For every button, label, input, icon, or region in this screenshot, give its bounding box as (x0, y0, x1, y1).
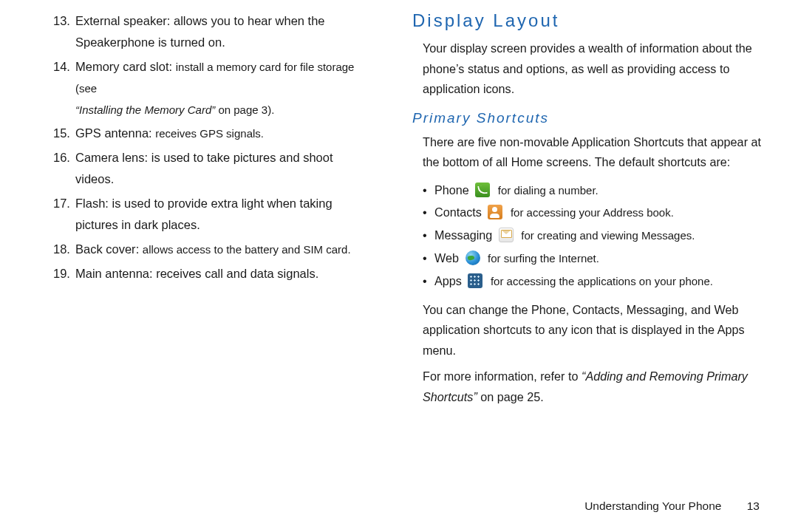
shortcut-desc: for accessing the applications on your p… (491, 275, 713, 287)
item-term: Memory card slot (75, 60, 169, 73)
item-term: Back cover (75, 242, 136, 256)
web-icon (466, 250, 480, 265)
shortcuts-intro: There are five non-movable Application S… (412, 132, 763, 173)
ref-after: on page 25. (477, 390, 544, 403)
item-number: 13. (53, 10, 70, 32)
section-heading: Display Layout (412, 10, 763, 31)
reference-paragraph: For more information, refer to “Adding a… (412, 366, 763, 407)
apps-icon (468, 273, 482, 288)
subsection-heading: Primary Shortcuts (412, 110, 763, 126)
list-item: 14. Memory card slot: install a memory c… (53, 56, 372, 120)
item-sep: : (149, 267, 156, 280)
item-sep: : (136, 242, 143, 256)
section-intro: Your display screen provides a wealth of… (412, 38, 763, 100)
phone-icon (475, 183, 490, 197)
contacts-icon (488, 205, 502, 219)
shortcut-name: Apps (434, 274, 462, 287)
item-sep: : (145, 151, 151, 164)
ref-before: For more information, refer to (423, 369, 582, 383)
item-number: 15. (53, 123, 70, 144)
item-term: Camera lens (75, 151, 145, 164)
shortcut-item-messaging: Messaging for creating and viewing Messa… (423, 224, 763, 247)
shortcut-item-web: Web for surfing the Internet. (423, 247, 763, 270)
item-desc: receives call and data signals. (156, 267, 318, 280)
item-term: Main antenna (75, 267, 149, 280)
footer-chapter: Understanding Your Phone (584, 499, 721, 512)
item-term: External speaker (75, 14, 167, 27)
list-item: 16. Camera lens: is used to take picture… (53, 147, 372, 190)
item-term: GPS antenna (75, 126, 149, 140)
item-number: 16. (53, 147, 70, 168)
shortcut-desc: for surfing the Internet. (488, 252, 599, 265)
shortcut-name: Phone (434, 183, 469, 197)
shortcut-name: Contacts (434, 205, 482, 219)
item-number: 19. (53, 263, 70, 284)
feature-list: 13. External speaker: allows you to hear… (53, 10, 372, 284)
item-ref-italic: “Installing the Memory Card” (75, 103, 215, 116)
shortcut-item-phone: Phone for dialing a number. (423, 179, 763, 202)
item-sep: : (167, 14, 174, 27)
shortcut-name: Web (434, 251, 459, 265)
list-item: 18. Back cover: allows access to the bat… (53, 239, 372, 260)
messaging-icon (499, 228, 514, 242)
shortcut-desc: for dialing a number. (498, 184, 598, 197)
shortcut-desc: for accessing your Address book. (511, 206, 674, 219)
page: 13. External speaker: allows you to hear… (0, 0, 798, 532)
shortcut-item-contacts: Contacts for accessing your Address book… (423, 201, 763, 224)
item-sep: : (105, 197, 112, 210)
page-footer: Understanding Your Phone 13 (584, 499, 760, 513)
item-ref-after: on page 3). (215, 103, 274, 116)
right-column: Display Layout Your display screen provi… (399, 0, 798, 532)
footer-page-number: 13 (747, 499, 760, 512)
shortcut-name: Messaging (434, 228, 492, 242)
list-item: 17. Flash: is used to provide extra ligh… (53, 193, 372, 236)
shortcut-list: Phone for dialing a number. Contacts for… (412, 179, 763, 293)
item-number: 17. (53, 193, 70, 214)
shortcut-desc: for creating and viewing Messages. (521, 229, 695, 242)
item-sep: : (149, 126, 155, 140)
after-list-paragraph: You can change the Phone, Contacts, Mess… (412, 300, 763, 361)
list-item: 19. Main antenna: receives call and data… (53, 263, 372, 284)
left-column: 13. External speaker: allows you to hear… (0, 0, 399, 532)
list-item: 13. External speaker: allows you to hear… (53, 10, 372, 53)
shortcut-item-apps: Apps for accessing the applications on y… (423, 270, 763, 293)
item-desc: allows access to the battery and SIM car… (143, 243, 351, 256)
item-subline: “Installing the Memory Card” on page 3). (75, 99, 372, 120)
item-desc: is used to provide extra light when taki… (75, 197, 332, 231)
item-sep: : (169, 60, 176, 73)
item-number: 14. (53, 56, 70, 78)
item-number: 18. (53, 239, 70, 260)
item-term: Flash (75, 197, 105, 210)
item-desc: receives GPS signals. (155, 127, 264, 140)
list-item: 15. GPS antenna: receives GPS signals. (53, 123, 372, 144)
